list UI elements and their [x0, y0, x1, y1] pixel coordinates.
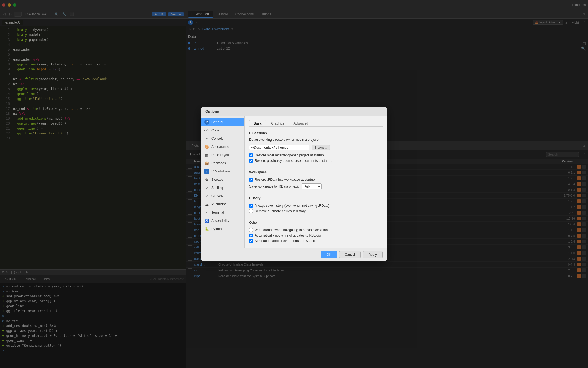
sidebar-item-pane-layout[interactable]: ▦ Pane Layout: [201, 151, 244, 159]
sidebar-item-python[interactable]: 🐍 Python: [201, 225, 244, 233]
remove-duplicates-label: Remove duplicate entries in history: [255, 209, 306, 213]
restore-rdata-label: Restore .RData into workspace at startup: [255, 178, 315, 182]
workspace-title: Workspace: [249, 170, 383, 175]
sidebar-item-spelling[interactable]: ✓ Spelling: [201, 184, 244, 192]
restore-project-label: Restore most recently opened project at …: [255, 153, 324, 157]
sidebar-label-general: General: [211, 120, 223, 124]
dialog-sidebar: R General </> Code ≻ Console 🎨 Appearanc…: [201, 116, 245, 248]
appearance-icon: 🎨: [204, 144, 209, 149]
send-crash-row: Send automated crash reports to RStudio: [249, 238, 383, 244]
sidebar-label-packages: Packages: [211, 161, 226, 165]
wrap-around-label: Wrap around when navigating to previous/…: [255, 228, 328, 232]
browse-button[interactable]: Browse...: [312, 145, 330, 150]
cancel-button[interactable]: Cancel: [339, 251, 361, 258]
sidebar-item-appearance[interactable]: 🎨 Appearance: [201, 143, 244, 151]
r-icon: R: [204, 120, 209, 125]
restore-source-label: Restore previously open source documents…: [255, 159, 332, 163]
git-icon: ⑂: [204, 194, 209, 199]
sidebar-item-rmarkdown[interactable]: ↓ R Markdown: [201, 167, 244, 176]
restore-rdata-checkbox[interactable]: [249, 178, 253, 182]
sidebar-item-accessibility[interactable]: ♿ Accessibility: [201, 217, 244, 225]
history-divider: [249, 193, 383, 193]
dialog-body: R General </> Code ≻ Console 🎨 Appearanc…: [201, 116, 387, 248]
sidebar-item-code[interactable]: </> Code: [201, 126, 244, 134]
r-sessions-title: R Sessions: [249, 131, 383, 136]
dialog-overlay: Options R General </> Code ≻ Console 🎨: [0, 0, 588, 368]
dialog-footer: OK Cancel Apply: [201, 248, 387, 261]
options-dialog: Options R General </> Code ≻ Console 🎨: [201, 107, 387, 261]
ok-button[interactable]: OK: [321, 251, 337, 258]
sidebar-item-packages[interactable]: 📦 Packages: [201, 159, 244, 167]
sidebar-item-general[interactable]: R General: [201, 118, 244, 126]
console-icon: ≻: [204, 136, 209, 141]
wd-input[interactable]: [249, 145, 309, 150]
accessibility-icon: ♿: [204, 218, 209, 223]
sidebar-label-appearance: Appearance: [211, 145, 229, 149]
sidebar-label-sweave: Sweave: [211, 178, 223, 182]
workspace-divider: [249, 167, 383, 167]
sidebar-label-python: Python: [211, 227, 222, 231]
wd-label: Default working directory (when not in a…: [249, 138, 319, 142]
always-save-label: Always save history (even when not savin…: [255, 204, 329, 208]
send-crash-label: Send automated crash reports to RStudio: [255, 239, 315, 243]
sidebar-label-accessibility: Accessibility: [211, 219, 229, 223]
dialog-main-content: Basic Graphics Advanced R Sessions Defau…: [245, 116, 387, 248]
wrap-around-row: Wrap around when navigating to previous/…: [249, 227, 383, 233]
other-title: Other: [249, 221, 383, 225]
send-crash-checkbox[interactable]: [249, 239, 253, 243]
sidebar-label-rmarkdown: R Markdown: [211, 169, 230, 173]
python-icon: 🐍: [204, 226, 209, 231]
restore-project-row: Restore most recently opened project at …: [249, 153, 383, 158]
sidebar-item-publishing[interactable]: ☁ Publishing: [201, 200, 244, 208]
pane-layout-icon: ▦: [204, 153, 209, 157]
apply-button[interactable]: Apply: [363, 251, 383, 258]
rmarkdown-icon: ↓: [204, 169, 209, 174]
wd-input-row: Browse...: [249, 145, 383, 150]
sidebar-label-code: Code: [211, 128, 219, 132]
sidebar-item-terminal[interactable]: >_ Terminal: [201, 208, 244, 217]
auto-notify-row: Automatically notify me of updates to RS…: [249, 233, 383, 238]
code-icon: </>: [204, 128, 209, 133]
restore-rdata-row: Restore .RData into workspace at startup: [249, 177, 383, 182]
sidebar-item-console[interactable]: ≻ Console: [201, 134, 244, 143]
sidebar-item-sweave[interactable]: ⚙ Sweave: [201, 176, 244, 184]
sweave-icon: ⚙: [204, 177, 209, 182]
sidebar-label-terminal: Terminal: [211, 211, 224, 214]
wrap-around-checkbox[interactable]: [249, 228, 253, 232]
save-workspace-select[interactable]: Ask Always Never: [302, 183, 322, 189]
dialog-title: Options: [201, 107, 387, 116]
restore-project-checkbox[interactable]: [249, 153, 253, 157]
restore-source-checkbox[interactable]: [249, 159, 253, 163]
always-save-row: Always save history (even when not savin…: [249, 203, 383, 208]
auto-notify-checkbox[interactable]: [249, 234, 253, 237]
packages-icon: 📦: [204, 161, 209, 166]
dialog-tab-bar: Basic Graphics Advanced: [249, 120, 383, 127]
save-workspace-row: Save workspace to .RData on exit: Ask Al…: [249, 183, 383, 189]
restore-source-row: Restore previously open source documents…: [249, 158, 383, 163]
spelling-icon: ✓: [204, 185, 209, 190]
remove-duplicates-row: Remove duplicate entries in history: [249, 208, 383, 214]
history-title: History: [249, 196, 383, 201]
auto-notify-label: Automatically notify me of updates to RS…: [255, 234, 321, 237]
sidebar-item-git-svn[interactable]: ⑂ Git/SVN: [201, 192, 244, 200]
always-save-checkbox[interactable]: [249, 204, 253, 208]
sidebar-label-publishing: Publishing: [211, 202, 226, 206]
other-divider: [249, 217, 383, 217]
sidebar-label-git-svn: Git/SVN: [211, 194, 223, 198]
remove-duplicates-checkbox[interactable]: [249, 209, 253, 213]
dialog-tab-graphics[interactable]: Graphics: [266, 120, 289, 127]
sidebar-label-pane-layout: Pane Layout: [211, 153, 230, 157]
save-workspace-label: Save workspace to .RData on exit:: [249, 185, 299, 188]
terminal-icon: >_: [204, 210, 209, 215]
dialog-tab-basic[interactable]: Basic: [249, 120, 266, 127]
dialog-tab-advanced[interactable]: Advanced: [289, 120, 313, 127]
publishing-icon: ☁: [204, 202, 209, 207]
sidebar-label-spelling: Spelling: [211, 186, 223, 190]
sidebar-label-console: Console: [211, 137, 223, 140]
wd-form-row: Default working directory (when not in a…: [249, 138, 383, 143]
